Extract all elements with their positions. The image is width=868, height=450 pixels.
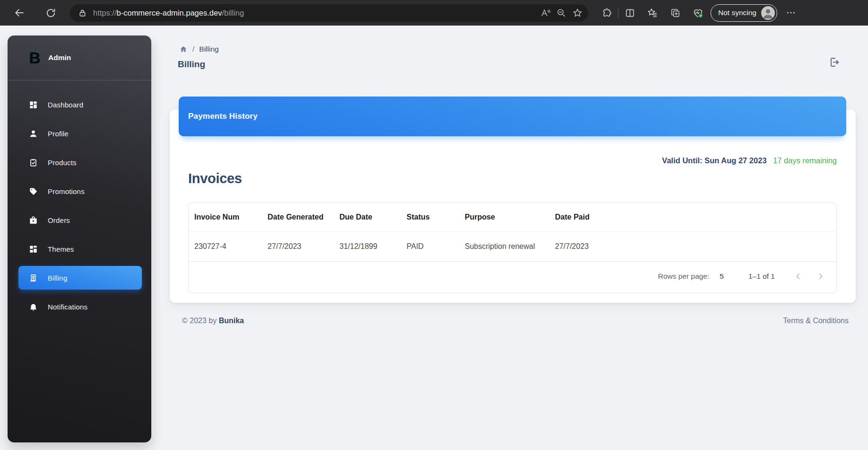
main-content: / Billing Billing Payments History Valid… (170, 26, 856, 450)
refresh-icon[interactable] (43, 5, 59, 21)
cell-date-paid: 27/7/2023 (549, 232, 836, 262)
favorite-star-icon[interactable] (569, 5, 585, 21)
cell-purpose: Subscription renewal (459, 232, 549, 262)
breadcrumb: / Billing (179, 45, 219, 53)
terms-link[interactable]: Terms & Conditions (783, 317, 849, 325)
read-aloud-icon[interactable] (537, 5, 553, 21)
col-header-status: Status (401, 203, 459, 232)
app-viewport: B Admin Dashboard Profile Products (0, 26, 868, 450)
sidebar-item-label: Profile (48, 130, 69, 138)
col-header-due-date: Due Date (334, 203, 401, 232)
extensions-puzzle-icon[interactable] (599, 5, 615, 21)
logout-icon[interactable] (826, 54, 842, 70)
browser-toolbar: https://b-commerce-admin.pages.dev/billi… (0, 0, 868, 26)
browser-essentials-icon[interactable] (690, 5, 706, 21)
payments-history-banner: Payments History (179, 97, 846, 136)
address-bar[interactable]: https://b-commerce-admin.pages.dev/billi… (70, 4, 588, 22)
rows-per-page-label: Rows per page: (658, 272, 710, 281)
col-header-date-paid: Date Paid (549, 203, 836, 232)
breadcrumb-separator: / (192, 45, 194, 53)
col-header-purpose: Purpose (459, 203, 549, 232)
collections-icon[interactable] (667, 5, 683, 21)
sidebar-item-themes[interactable]: Themes (18, 237, 142, 261)
next-page-icon[interactable] (813, 268, 829, 284)
bell-icon (28, 302, 38, 311)
zoom-out-icon[interactable] (553, 5, 569, 21)
sidebar-item-label: Notifications (48, 303, 87, 311)
banner-title: Payments History (188, 112, 258, 121)
sidebar-item-label: Dashboard (48, 101, 83, 109)
sidebar-item-label: Promotions (48, 187, 85, 195)
table-row: 230727-4 27/7/2023 31/12/1899 PAID Subsc… (189, 232, 836, 262)
sidebar-item-label: Themes (48, 245, 74, 253)
cell-due-date: 31/12/1899 (334, 232, 401, 262)
ellipsis-menu-icon[interactable] (783, 5, 799, 21)
billing-card: Payments History Valid Until: Sun Aug 27… (170, 109, 856, 303)
breadcrumb-current: Billing (199, 45, 218, 53)
pagination-range: 1–1 of 1 (748, 272, 775, 281)
favorites-list-icon[interactable] (644, 5, 660, 21)
bag-icon (28, 215, 38, 225)
page-title: Billing (178, 59, 205, 70)
sidebar-item-billing[interactable]: Billing (18, 266, 142, 290)
home-icon[interactable] (179, 45, 188, 53)
clipboard-check-icon (28, 158, 38, 167)
cell-invoice-num: 230727-4 (189, 232, 262, 262)
back-arrow-icon[interactable] (11, 5, 27, 21)
cell-date-generated: 27/7/2023 (262, 232, 334, 262)
sidebar-item-promotions[interactable]: Promotions (18, 179, 142, 203)
sidebar: B Admin Dashboard Profile Products (8, 35, 151, 442)
sidebar-item-profile[interactable]: Profile (18, 122, 142, 145)
sidebar-item-dashboard[interactable]: Dashboard (18, 93, 142, 116)
sidebar-item-orders[interactable]: Orders (18, 208, 142, 232)
brand-name: Admin (48, 53, 71, 62)
subscription-validity: Valid Until: Sun Aug 27 2023 17 days rem… (662, 156, 837, 165)
previous-page-icon[interactable] (790, 268, 806, 284)
lock-icon (78, 9, 87, 18)
col-header-invoice-num: Invoice Num (189, 203, 262, 232)
sync-status-button[interactable]: Not syncing (711, 4, 777, 22)
col-header-date-generated: Date Generated (262, 203, 334, 232)
sidebar-item-notifications[interactable]: Notifications (18, 295, 142, 318)
split-screen-icon[interactable] (622, 5, 638, 21)
footer-brand: Bunika (219, 317, 244, 325)
profile-avatar-icon (761, 6, 775, 20)
table-pagination: Rows per page: 5 1–1 of 1 (189, 261, 836, 291)
brand-logo-icon: B (29, 50, 44, 65)
receipt-icon (28, 273, 38, 282)
sidebar-item-products[interactable]: Products (18, 150, 142, 174)
url-text: https://b-commerce-admin.pages.dev/billi… (93, 9, 537, 18)
invoices-heading: Invoices (188, 171, 242, 186)
rows-per-page-select[interactable]: 5 (720, 272, 724, 281)
days-remaining-badge: 17 days remaining (773, 156, 837, 165)
toolbar-divider (618, 8, 618, 18)
valid-until-text: Valid Until: Sun Aug 27 2023 (662, 156, 766, 165)
person-icon (28, 129, 38, 138)
table-header-row: Invoice Num Date Generated Due Date Stat… (189, 203, 836, 232)
grid-icon (28, 244, 38, 254)
sidebar-item-label: Billing (48, 274, 67, 282)
copyright-text: © 2023 by Bunika (182, 317, 244, 325)
cell-status: PAID (401, 232, 459, 262)
sidebar-item-label: Orders (48, 216, 70, 224)
invoices-table: Invoice Num Date Generated Due Date Stat… (188, 203, 837, 293)
brand[interactable]: B Admin (8, 35, 151, 80)
dashboard-icon (28, 100, 38, 109)
sync-status-label: Not syncing (718, 9, 756, 17)
tag-icon (28, 186, 38, 196)
sidebar-item-label: Products (48, 159, 77, 167)
sidebar-menu: Dashboard Profile Products Promotions (8, 93, 151, 318)
